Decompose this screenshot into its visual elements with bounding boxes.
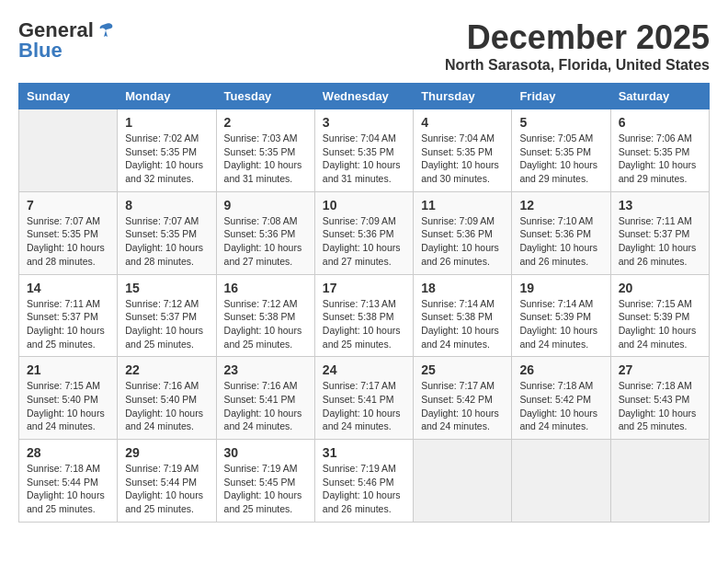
day-info: Sunrise: 7:10 AM Sunset: 5:36 PM Dayligh… <box>519 214 602 269</box>
calendar-cell: 20Sunrise: 7:15 AM Sunset: 5:39 PM Dayli… <box>610 274 709 357</box>
location-subtitle: North Sarasota, Florida, United States <box>445 57 710 74</box>
calendar-cell: 12Sunrise: 7:10 AM Sunset: 5:36 PM Dayli… <box>512 191 610 274</box>
calendar-cell <box>610 440 709 523</box>
header-row: SundayMondayTuesdayWednesdayThursdayFrid… <box>19 84 710 109</box>
day-info: Sunrise: 7:04 AM Sunset: 5:35 PM Dayligh… <box>323 132 405 186</box>
calendar-cell: 2Sunrise: 7:03 AM Sunset: 5:35 PM Daylig… <box>216 109 314 192</box>
day-number: 4 <box>421 115 504 130</box>
calendar-cell: 14Sunrise: 7:11 AM Sunset: 5:37 PM Dayli… <box>19 274 118 357</box>
calendar-cell: 31Sunrise: 7:19 AM Sunset: 5:46 PM Dayli… <box>314 440 413 523</box>
calendar-cell: 22Sunrise: 7:16 AM Sunset: 5:40 PM Dayli… <box>118 357 216 440</box>
calendar-cell: 1Sunrise: 7:02 AM Sunset: 5:35 PM Daylig… <box>118 109 216 192</box>
calendar-cell: 11Sunrise: 7:09 AM Sunset: 5:36 PM Dayli… <box>414 191 512 274</box>
day-number: 7 <box>27 198 109 213</box>
day-number: 25 <box>421 362 504 377</box>
header-cell-friday: Friday <box>512 84 610 109</box>
calendar-week-4: 21Sunrise: 7:15 AM Sunset: 5:40 PM Dayli… <box>19 357 710 440</box>
calendar-cell: 18Sunrise: 7:14 AM Sunset: 5:38 PM Dayli… <box>414 274 512 357</box>
calendar-week-3: 14Sunrise: 7:11 AM Sunset: 5:37 PM Dayli… <box>19 274 710 357</box>
calendar-cell: 5Sunrise: 7:05 AM Sunset: 5:35 PM Daylig… <box>512 109 610 192</box>
page-header: General Blue December 2025 North Sarasot… <box>18 18 710 74</box>
calendar-table: SundayMondayTuesdayWednesdayThursdayFrid… <box>18 83 710 523</box>
day-number: 10 <box>323 198 405 213</box>
day-info: Sunrise: 7:14 AM Sunset: 5:39 PM Dayligh… <box>519 297 602 351</box>
day-info: Sunrise: 7:13 AM Sunset: 5:38 PM Dayligh… <box>323 297 405 351</box>
day-number: 12 <box>519 198 602 213</box>
day-number: 27 <box>619 362 701 377</box>
day-info: Sunrise: 7:09 AM Sunset: 5:36 PM Dayligh… <box>421 214 504 269</box>
calendar-cell: 17Sunrise: 7:13 AM Sunset: 5:38 PM Dayli… <box>314 274 413 357</box>
logo-bird-icon <box>96 20 116 40</box>
day-number: 2 <box>224 115 307 130</box>
day-info: Sunrise: 7:19 AM Sunset: 5:46 PM Dayligh… <box>323 462 405 516</box>
day-number: 14 <box>27 281 109 295</box>
day-number: 17 <box>323 281 405 295</box>
day-number: 8 <box>125 198 208 213</box>
day-number: 24 <box>323 362 405 377</box>
calendar-cell: 30Sunrise: 7:19 AM Sunset: 5:45 PM Dayli… <box>216 440 314 523</box>
day-info: Sunrise: 7:16 AM Sunset: 5:40 PM Dayligh… <box>125 379 208 433</box>
calendar-cell: 8Sunrise: 7:07 AM Sunset: 5:35 PM Daylig… <box>118 191 216 274</box>
day-number: 20 <box>619 281 701 295</box>
calendar-cell: 3Sunrise: 7:04 AM Sunset: 5:35 PM Daylig… <box>314 109 413 192</box>
day-info: Sunrise: 7:16 AM Sunset: 5:41 PM Dayligh… <box>224 379 307 433</box>
day-info: Sunrise: 7:03 AM Sunset: 5:35 PM Dayligh… <box>224 132 307 186</box>
day-info: Sunrise: 7:09 AM Sunset: 5:36 PM Dayligh… <box>323 214 405 269</box>
day-info: Sunrise: 7:19 AM Sunset: 5:44 PM Dayligh… <box>125 462 208 516</box>
day-info: Sunrise: 7:12 AM Sunset: 5:38 PM Dayligh… <box>224 297 307 351</box>
calendar-cell: 21Sunrise: 7:15 AM Sunset: 5:40 PM Dayli… <box>19 357 118 440</box>
day-info: Sunrise: 7:18 AM Sunset: 5:42 PM Dayligh… <box>519 379 602 433</box>
calendar-header: SundayMondayTuesdayWednesdayThursdayFrid… <box>19 84 710 109</box>
day-info: Sunrise: 7:06 AM Sunset: 5:35 PM Dayligh… <box>619 132 701 186</box>
calendar-body: 1Sunrise: 7:02 AM Sunset: 5:35 PM Daylig… <box>19 109 710 523</box>
day-number: 9 <box>224 198 307 213</box>
calendar-cell: 29Sunrise: 7:19 AM Sunset: 5:44 PM Dayli… <box>118 440 216 523</box>
day-info: Sunrise: 7:18 AM Sunset: 5:43 PM Dayligh… <box>619 379 701 433</box>
header-cell-tuesday: Tuesday <box>216 84 314 109</box>
calendar-cell: 15Sunrise: 7:12 AM Sunset: 5:37 PM Dayli… <box>118 274 216 357</box>
day-number: 28 <box>27 445 109 460</box>
day-info: Sunrise: 7:04 AM Sunset: 5:35 PM Dayligh… <box>421 132 504 186</box>
day-number: 23 <box>224 362 307 377</box>
logo-blue: Blue <box>18 39 63 63</box>
header-cell-monday: Monday <box>118 84 216 109</box>
day-info: Sunrise: 7:05 AM Sunset: 5:35 PM Dayligh… <box>519 132 602 186</box>
logo: General Blue <box>18 18 116 63</box>
calendar-cell: 25Sunrise: 7:17 AM Sunset: 5:42 PM Dayli… <box>414 357 512 440</box>
calendar-cell: 24Sunrise: 7:17 AM Sunset: 5:41 PM Dayli… <box>314 357 413 440</box>
header-cell-wednesday: Wednesday <box>314 84 413 109</box>
day-number: 3 <box>323 115 405 130</box>
day-number: 29 <box>125 445 208 460</box>
day-number: 6 <box>619 115 701 130</box>
calendar-cell: 4Sunrise: 7:04 AM Sunset: 5:35 PM Daylig… <box>414 109 512 192</box>
day-number: 11 <box>421 198 504 213</box>
calendar-cell: 10Sunrise: 7:09 AM Sunset: 5:36 PM Dayli… <box>314 191 413 274</box>
day-info: Sunrise: 7:11 AM Sunset: 5:37 PM Dayligh… <box>619 214 701 269</box>
calendar-week-2: 7Sunrise: 7:07 AM Sunset: 5:35 PM Daylig… <box>19 191 710 274</box>
title-block: December 2025 North Sarasota, Florida, U… <box>445 18 710 74</box>
calendar-week-1: 1Sunrise: 7:02 AM Sunset: 5:35 PM Daylig… <box>19 109 710 192</box>
day-number: 26 <box>519 362 602 377</box>
calendar-cell: 28Sunrise: 7:18 AM Sunset: 5:44 PM Dayli… <box>19 440 118 523</box>
day-info: Sunrise: 7:08 AM Sunset: 5:36 PM Dayligh… <box>224 214 307 269</box>
calendar-week-5: 28Sunrise: 7:18 AM Sunset: 5:44 PM Dayli… <box>19 440 710 523</box>
day-number: 13 <box>619 198 701 213</box>
day-info: Sunrise: 7:18 AM Sunset: 5:44 PM Dayligh… <box>27 462 109 516</box>
day-number: 16 <box>224 281 307 295</box>
day-number: 1 <box>125 115 208 130</box>
day-number: 5 <box>519 115 602 130</box>
day-number: 15 <box>125 281 208 295</box>
day-number: 31 <box>323 445 405 460</box>
day-info: Sunrise: 7:11 AM Sunset: 5:37 PM Dayligh… <box>27 297 109 351</box>
calendar-cell: 26Sunrise: 7:18 AM Sunset: 5:42 PM Dayli… <box>512 357 610 440</box>
day-number: 22 <box>125 362 208 377</box>
day-number: 21 <box>27 362 109 377</box>
header-cell-thursday: Thursday <box>414 84 512 109</box>
day-info: Sunrise: 7:14 AM Sunset: 5:38 PM Dayligh… <box>421 297 504 351</box>
calendar-cell: 9Sunrise: 7:08 AM Sunset: 5:36 PM Daylig… <box>216 191 314 274</box>
header-cell-saturday: Saturday <box>610 84 709 109</box>
calendar-cell: 7Sunrise: 7:07 AM Sunset: 5:35 PM Daylig… <box>19 191 118 274</box>
day-number: 18 <box>421 281 504 295</box>
day-info: Sunrise: 7:15 AM Sunset: 5:39 PM Dayligh… <box>619 297 701 351</box>
calendar-cell: 13Sunrise: 7:11 AM Sunset: 5:37 PM Dayli… <box>610 191 709 274</box>
